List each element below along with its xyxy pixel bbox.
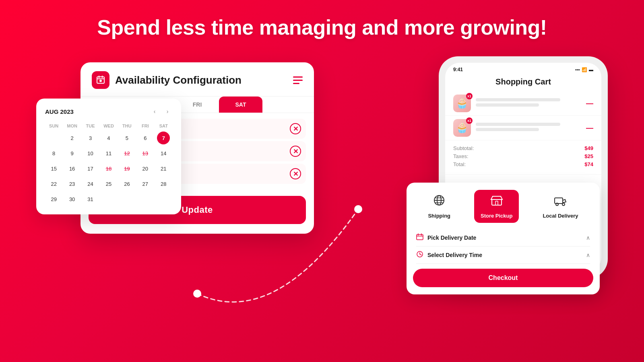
left-section: AUG 2023 ‹ › SUN MON TUE WED THU FRI SAT… (80, 62, 314, 234)
cal-day-23[interactable]: 23 (66, 177, 78, 190)
total-value: $74 (584, 161, 593, 167)
cart-item-1-info (476, 98, 581, 109)
cal-dayname-fri: FRI (136, 122, 154, 130)
cal-day-4[interactable]: 4 (102, 132, 115, 144)
cal-day-31[interactable]: 31 (84, 193, 97, 206)
select-time-row[interactable]: Select Delivery Time ∧ (445, 247, 590, 264)
shipping-option[interactable]: Shipping (445, 190, 457, 223)
day-fri[interactable]: FRI (175, 97, 219, 113)
signal-icon: ▪▪▪ (575, 67, 580, 72)
slot-3-remove-btn[interactable]: ✕ (290, 168, 301, 179)
cal-day-20[interactable]: 20 (139, 162, 152, 175)
cal-day-16[interactable]: 16 (66, 162, 78, 175)
menu-icon[interactable] (293, 76, 303, 84)
shipping-icon (445, 194, 446, 210)
select-time-chevron-icon: ∧ (586, 252, 590, 258)
cal-day-6[interactable]: 6 (139, 132, 152, 144)
cal-day-30[interactable]: 30 (66, 193, 78, 206)
availability-header: Availability Configuration (80, 62, 314, 97)
calendar-next-btn[interactable]: › (163, 107, 172, 116)
wifi-icon: 📶 (582, 67, 587, 72)
cart-item-1-remove[interactable]: — (586, 99, 593, 108)
svg-rect-31 (495, 201, 498, 205)
local-delivery-label: Local Delivery (543, 213, 578, 219)
battery-icon: ▬ (589, 67, 593, 72)
cal-day-18[interactable]: 18 (102, 162, 115, 175)
cart-item-2-info (476, 123, 581, 133)
subtotal-row: Subtotal: $49 (453, 145, 593, 151)
cal-day-empty (47, 132, 60, 144)
taxes-label: Taxes: (453, 153, 469, 159)
checkout-button[interactable]: Checkout (445, 269, 593, 272)
svg-point-1 (354, 205, 362, 213)
cal-day-8[interactable]: 8 (47, 147, 60, 160)
day-sat[interactable]: SAT (219, 97, 262, 113)
calendar-grid: SUN MON TUE WED THU FRI SAT 2 3 4 5 6 7 … (45, 122, 172, 206)
cal-day-11[interactable]: 11 (102, 147, 115, 160)
cal-day-7-today[interactable]: 7 (157, 132, 170, 144)
shipping-label: Shipping (445, 213, 450, 219)
cart-title: Shopping Cart (445, 75, 601, 91)
subtotal-value: $49 (584, 145, 593, 151)
phone-mockup: 9:41 ▪▪▪ 📶 ▬ Shopping Cart 🧁 x1 (439, 56, 608, 278)
cart-item-1-image: 🧁 x1 (453, 95, 471, 112)
cal-dayname-mon: MON (63, 122, 80, 130)
pick-date-row[interactable]: Pick Delivery Date ∧ (445, 229, 590, 247)
availability-title: Availability Configuration (115, 74, 242, 86)
status-bar: 9:41 ▪▪▪ 📶 ▬ (445, 63, 601, 75)
store-pickup-option[interactable]: Store Pickup (474, 190, 519, 223)
cal-day-21[interactable]: 21 (157, 162, 170, 175)
pick-date-label: Pick Delivery Date (445, 234, 476, 241)
cart-item-2: 🧁 x1 — (445, 116, 601, 140)
svg-point-0 (193, 290, 201, 298)
cal-day-5[interactable]: 5 (120, 132, 133, 144)
right-section: 9:41 ▪▪▪ 📶 ▬ Shopping Cart 🧁 x1 (439, 56, 608, 278)
cal-day-27[interactable]: 27 (139, 177, 152, 190)
cal-day-12[interactable]: 12 (120, 147, 133, 160)
cart-item-1-badge: x1 (466, 93, 473, 99)
local-delivery-icon (554, 194, 567, 210)
cal-day-19[interactable]: 19 (120, 162, 133, 175)
delivery-details: Pick Delivery Date ∧ (445, 229, 593, 264)
local-delivery-option[interactable]: Local Delivery (536, 190, 584, 223)
calendar-prev-btn[interactable]: ‹ (150, 107, 159, 116)
cal-day-10[interactable]: 10 (84, 147, 97, 160)
cal-dayname-tue: TUE (82, 122, 99, 130)
hero-title: Spend less time managing and more growin… (0, 0, 644, 39)
delivery-options: Shipping Store Pickup (445, 190, 593, 223)
cal-day-17[interactable]: 17 (84, 162, 97, 175)
cal-day-3[interactable]: 3 (84, 132, 97, 144)
calendar-overlay: AUG 2023 ‹ › SUN MON TUE WED THU FRI SAT… (36, 99, 181, 214)
svg-point-6 (99, 80, 102, 82)
phone-screen: 9:41 ▪▪▪ 📶 ▬ Shopping Cart 🧁 x1 (445, 63, 601, 272)
cal-day-14[interactable]: 14 (157, 147, 170, 160)
delivery-popup: Shipping Store Pickup (445, 183, 600, 272)
cart-item-1: 🧁 x1 — (445, 91, 601, 116)
store-pickup-icon (490, 194, 503, 210)
cal-day-28[interactable]: 28 (157, 177, 170, 190)
cal-day-13[interactable]: 13 (139, 147, 152, 160)
store-pickup-label: Store Pickup (481, 213, 512, 219)
app-logo (92, 71, 109, 89)
cart-totals: Subtotal: $49 Taxes: $25 Total: $74 (445, 140, 601, 175)
taxes-value: $25 (584, 153, 593, 159)
total-row: Total: $74 (453, 161, 593, 167)
pick-date-chevron-icon: ∧ (586, 234, 590, 241)
item-2-price-bar (476, 128, 539, 131)
cal-day-15[interactable]: 15 (47, 162, 60, 175)
slot-1-remove-btn[interactable]: ✕ (290, 123, 301, 134)
cal-dayname-thu: THU (118, 122, 136, 130)
taxes-row: Taxes: $25 (453, 153, 593, 159)
cal-day-2[interactable]: 2 (66, 132, 78, 144)
cart-item-2-remove[interactable]: — (586, 124, 593, 132)
slot-2-remove-btn[interactable]: ✕ (290, 146, 301, 157)
cal-day-22[interactable]: 22 (47, 177, 60, 190)
cal-day-29[interactable]: 29 (47, 193, 60, 206)
cal-day-9[interactable]: 9 (66, 147, 78, 160)
cal-day-24[interactable]: 24 (84, 177, 97, 190)
cal-day-25[interactable]: 25 (102, 177, 115, 190)
status-icons: ▪▪▪ 📶 ▬ (575, 67, 593, 72)
cal-day-26[interactable]: 26 (120, 177, 133, 190)
item-2-title-bar (476, 123, 560, 126)
subtotal-label: Subtotal: (453, 145, 474, 151)
